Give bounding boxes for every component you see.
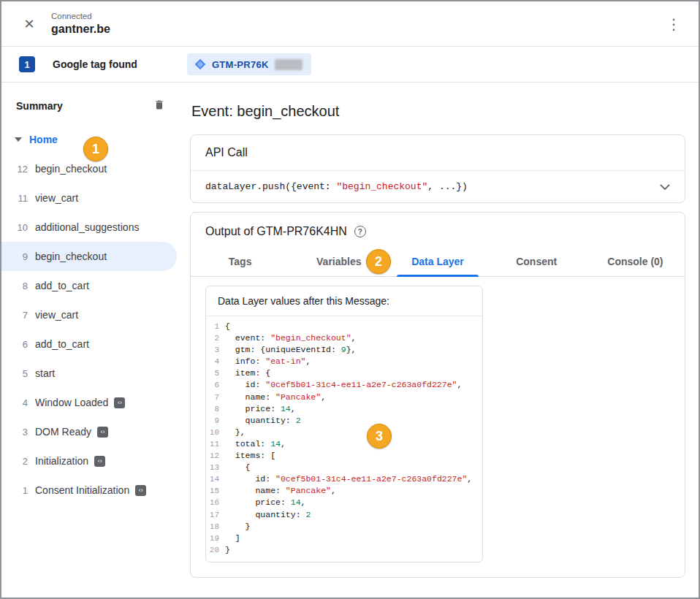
clear-messages-button[interactable]: [153, 99, 165, 113]
event-number: 7: [10, 310, 28, 321]
event-label: Window Loaded: [35, 397, 108, 408]
sidebar-item-8[interactable]: 8add_to_cart: [1, 271, 177, 300]
sidebar-item-6[interactable]: 6add_to_cart: [1, 329, 177, 359]
sidebar-item-1[interactable]: 1Consent Initialization‹›: [1, 476, 177, 505]
code-line: 10 },: [208, 427, 482, 438]
code-line: 15 name: "Pancake",: [208, 485, 482, 497]
line-number: 8: [208, 403, 225, 415]
tab-consent[interactable]: Consent: [487, 246, 586, 276]
expand-api-call-button[interactable]: [660, 181, 670, 192]
event-number: 2: [10, 456, 28, 467]
line-number: 5: [208, 367, 225, 379]
code-line: 17 quantity: 2: [208, 509, 482, 521]
sidebar-item-3[interactable]: 3DOM Ready‹›: [1, 417, 177, 446]
help-icon[interactable]: ?: [354, 226, 366, 237]
gtm-diamond-icon: [194, 58, 206, 70]
code-line: 2 event: "begin_checkout",: [208, 332, 482, 344]
caret-down-icon: [15, 137, 22, 142]
code-text: name: "Pancake",: [225, 392, 326, 403]
code-line: 6 id: "0cef5b01-31c4-ee11-a2e7-c263a0fd2…: [208, 379, 482, 391]
event-number: 4: [10, 397, 28, 408]
summary-label[interactable]: Summary: [16, 100, 63, 112]
tab-data-layer[interactable]: Data Layer: [388, 246, 487, 276]
tab-console-0[interactable]: Console (0): [586, 246, 685, 276]
api-call-card: API Call dataLayer.push({event: "begin_c…: [190, 134, 685, 203]
connection-header: ✕ Connected gantner.be ⋮: [1, 1, 699, 47]
sidebar-item-4[interactable]: 4Window Loaded‹›: [1, 388, 177, 417]
line-number: 17: [208, 509, 225, 521]
code-line: 7 name: "Pancake",: [208, 392, 482, 403]
sidebar-item-10[interactable]: 10additional_suggestions: [1, 213, 177, 242]
home-label: Home: [29, 134, 58, 145]
code-line: 11 total: 14,: [208, 438, 482, 450]
event-number: 6: [10, 339, 28, 350]
line-number: 15: [208, 485, 225, 497]
tab-tags[interactable]: Tags: [191, 246, 289, 276]
sidebar-item-5[interactable]: 5start: [1, 359, 177, 388]
line-number: 2: [208, 332, 225, 344]
kebab-menu-icon: ⋮: [666, 16, 681, 32]
main-panel: Event: begin_checkout API Call dataLayer…: [177, 83, 699, 598]
event-label: begin_checkout: [35, 163, 107, 175]
api-call-title: API Call: [191, 135, 685, 171]
event-label: add_to_cart: [35, 280, 89, 291]
code-text: total: 14,: [225, 438, 286, 450]
line-number: 20: [208, 544, 225, 556]
line-number: 16: [208, 497, 225, 508]
gtm-container-id: GTM-PR76K: [212, 59, 269, 70]
line-number: 4: [208, 356, 225, 367]
line-number: 7: [208, 392, 225, 403]
code-text: price: 14,: [225, 497, 305, 508]
code-text: gtm: {uniqueEventId: 9},: [225, 344, 357, 356]
code-text: {: [225, 321, 230, 332]
event-label: additional_suggestions: [35, 221, 139, 233]
event-label: view_cart: [35, 309, 78, 321]
connection-status: Connected: [51, 12, 663, 20]
code-line: 4 info: "eat-in",: [208, 356, 482, 367]
connection-info: Connected gantner.be: [51, 12, 663, 36]
event-label: start: [35, 367, 55, 379]
google-tag-found-label: Google tag found: [53, 58, 137, 70]
code-text: ]: [225, 533, 240, 544]
sidebar-item-2[interactable]: 2Initialization‹›: [1, 446, 177, 476]
event-number: 8: [10, 281, 28, 291]
event-number: 3: [10, 427, 28, 438]
sidebar-item-9[interactable]: 9begin_checkout: [1, 242, 177, 271]
line-number: 3: [208, 344, 225, 356]
line-number: 1: [208, 321, 225, 332]
code-line: 9 quantity: 2: [208, 415, 482, 427]
more-options-button[interactable]: ⋮: [663, 15, 684, 33]
output-title: Output of GTM-PR76K4HN: [205, 225, 347, 238]
code-text: price: 14,: [225, 403, 296, 415]
event-number: 10: [10, 222, 28, 233]
sidebar-item-7[interactable]: 7view_cart: [1, 300, 177, 329]
code-line: 16 price: 14,: [208, 497, 482, 508]
sidebar-item-11[interactable]: 11view_cart: [1, 183, 177, 213]
code-line: 3 gtm: {uniqueEventId: 9},: [208, 344, 482, 356]
close-icon: ✕: [23, 17, 34, 31]
annotation-badge-2: 2: [366, 249, 391, 274]
event-label: begin_checkout: [35, 251, 107, 262]
code-event-icon: ‹›: [135, 485, 146, 496]
event-number: 11: [10, 193, 28, 204]
event-label: Initialization: [35, 455, 88, 467]
code-text: info: "eat-in",: [225, 356, 311, 367]
gtm-container-chip[interactable]: GTM-PR76K: [187, 53, 311, 75]
summary-row: Summary: [1, 91, 177, 121]
main-split: Summary Home 12begin_checkout11view_cart…: [1, 83, 699, 598]
line-number: 9: [208, 415, 225, 427]
output-header: Output of GTM-PR76K4HN ?: [191, 213, 685, 246]
tab-label: Tags: [229, 256, 252, 267]
code-line: 12 items: [: [208, 450, 482, 462]
code-text: },: [225, 427, 246, 438]
code-text: items: [: [225, 450, 275, 462]
close-button[interactable]: ✕: [19, 18, 39, 31]
annotation-badge-1: 1: [83, 137, 108, 161]
code-text: {: [225, 462, 251, 473]
code-event-icon: ‹›: [94, 456, 105, 467]
line-number: 13: [208, 462, 225, 473]
code-line: 20}: [208, 544, 482, 556]
code-line: 19 ]: [208, 533, 482, 544]
code-line: 1{: [208, 321, 482, 332]
output-card: Output of GTM-PR76K4HN ? 2 TagsVariables…: [190, 212, 685, 578]
